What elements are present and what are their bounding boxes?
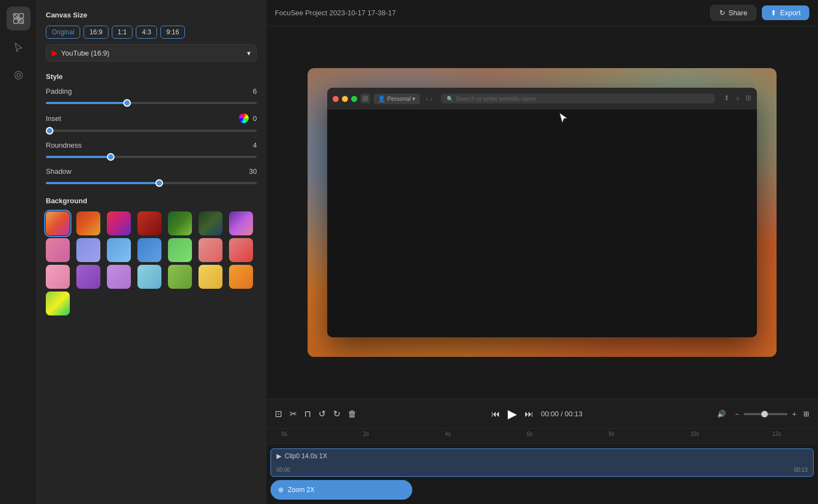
- redo-icon[interactable]: ↻: [333, 409, 340, 419]
- forward-arrow[interactable]: ›: [430, 95, 432, 103]
- padding-label: Padding: [46, 87, 72, 95]
- person-icon: 👤: [378, 95, 386, 102]
- canvas-preset-dropdown[interactable]: ▶ YouTube (16:9) ▾: [46, 44, 257, 62]
- new-tab-icon[interactable]: ＋: [734, 94, 741, 104]
- canvas-tool-button[interactable]: [7, 7, 31, 31]
- personal-tab[interactable]: 👤 Personal ▾: [374, 94, 420, 104]
- ruler-mark-10s: 10s: [690, 431, 699, 437]
- bg-swatch-16[interactable]: [107, 265, 131, 289]
- nav-arrows: ‹ ›: [425, 95, 432, 103]
- share-button[interactable]: ↻ Share: [710, 5, 757, 21]
- webcam-tool-button[interactable]: [7, 63, 31, 87]
- export-button[interactable]: ⬆ Export: [762, 5, 809, 20]
- zoom-in-icon[interactable]: ＋: [791, 409, 798, 419]
- zoom-track-label: Zoom 2X: [288, 486, 315, 494]
- bg-swatch-20[interactable]: [229, 265, 253, 289]
- bg-swatch-17[interactable]: [137, 265, 161, 289]
- trim-icon[interactable]: ⊓: [304, 409, 311, 419]
- clip-track[interactable]: ▶ Clip0 14.0s 1X 00:00 00:13: [270, 448, 814, 477]
- bg-swatch-19[interactable]: [199, 265, 222, 289]
- inset-color-icon[interactable]: [239, 113, 249, 123]
- zoom-out-icon[interactable]: －: [733, 409, 741, 419]
- browser-content: [327, 110, 757, 337]
- back-arrow[interactable]: ‹: [425, 95, 428, 103]
- rewind-button[interactable]: ⏮: [491, 409, 500, 419]
- bg-swatch-6[interactable]: [229, 211, 253, 235]
- preview-frame: 👤 Personal ▾ ‹ › 🔍 Search or enter websi…: [308, 68, 777, 357]
- size-169-button[interactable]: 16:9: [83, 26, 108, 39]
- canvas-size-title: Canvas Size: [46, 11, 257, 19]
- bg-swatch-0[interactable]: [46, 211, 70, 235]
- tab-icon: [360, 94, 370, 104]
- timeline-tracks: ▶ Clip0 14.0s 1X 00:00 00:13 ⊕ Zoom 2X: [266, 444, 818, 504]
- pointer-tool-button[interactable]: [7, 35, 31, 59]
- zoom-slider-track[interactable]: [744, 413, 787, 415]
- bg-swatch-18[interactable]: [168, 265, 192, 289]
- url-bar[interactable]: 🔍 Search or enter website name: [441, 94, 715, 104]
- canvas-preview: 👤 Personal ▾ ‹ › 🔍 Search or enter websi…: [266, 26, 818, 399]
- padding-slider[interactable]: [46, 102, 257, 104]
- share-browser-icon[interactable]: ⬆: [724, 94, 730, 104]
- svg-point-5: [15, 71, 22, 79]
- main-area: FocuSee Project 2023-10-17 17-38-17 ↻ Sh…: [266, 0, 818, 504]
- bg-swatch-12[interactable]: [199, 238, 222, 262]
- icon-sidebar: [0, 0, 37, 504]
- bg-swatch-15[interactable]: [76, 265, 100, 289]
- svg-rect-1: [19, 14, 23, 18]
- clip-end-time: 00:13: [794, 467, 808, 473]
- top-actions: ↻ Share ⬆ Export: [710, 5, 809, 21]
- bg-swatch-4[interactable]: [168, 211, 192, 235]
- size-916-button[interactable]: 9:16: [160, 26, 185, 39]
- size-11-button[interactable]: 1:1: [112, 26, 133, 39]
- roundness-slider[interactable]: [46, 156, 257, 158]
- cut-icon[interactable]: ✂: [290, 409, 297, 419]
- background-title: Background: [46, 197, 257, 205]
- shadow-label: Shadow: [46, 167, 71, 175]
- bg-swatch-9[interactable]: [107, 238, 131, 262]
- bg-swatch-13[interactable]: [229, 238, 253, 262]
- svg-line-4: [14, 14, 23, 23]
- play-button[interactable]: ▶: [508, 407, 517, 421]
- browser-titlebar: 👤 Personal ▾ ‹ › 🔍 Search or enter websi…: [327, 88, 757, 110]
- svg-rect-7: [363, 96, 368, 101]
- clip-header: ▶ Clip0 14.0s 1X: [276, 452, 808, 460]
- size-original-button[interactable]: Original: [46, 26, 80, 39]
- ruler-marks: 0s 2s 4s 6s 8s 10s 12s: [281, 431, 818, 442]
- bg-swatch-21[interactable]: [46, 292, 70, 315]
- bg-swatch-7[interactable]: [46, 238, 70, 262]
- zoom-track[interactable]: ⊕ Zoom 2X: [270, 480, 412, 500]
- clip-start-time: 00:00: [276, 467, 290, 473]
- sidebar-icon[interactable]: ⊞: [745, 94, 751, 104]
- timeline-ruler: 0s 2s 4s 6s 8s 10s 12s: [266, 429, 818, 444]
- search-icon: 🔍: [447, 96, 453, 102]
- inset-slider[interactable]: [46, 130, 257, 132]
- bg-swatch-11[interactable]: [168, 238, 192, 262]
- traffic-light-minimize[interactable]: [342, 96, 348, 102]
- traffic-light-maximize[interactable]: [351, 96, 357, 102]
- bg-swatch-3[interactable]: [137, 211, 161, 235]
- bg-swatch-5[interactable]: [199, 211, 222, 235]
- crop-tool-icon[interactable]: ⊡: [275, 409, 282, 419]
- clip-times: 00:00 00:13: [276, 467, 808, 473]
- volume-icon[interactable]: 🔊: [717, 410, 726, 418]
- shadow-slider[interactable]: [46, 182, 257, 184]
- bg-swatch-8[interactable]: [76, 238, 100, 262]
- fit-to-window-icon[interactable]: ⊞: [803, 410, 809, 418]
- ruler-mark-4s: 4s: [445, 431, 451, 437]
- traffic-light-close[interactable]: [333, 96, 339, 102]
- size-43-button[interactable]: 4:3: [136, 26, 157, 39]
- fastforward-button[interactable]: ⏭: [525, 409, 533, 419]
- padding-row: Padding 6: [46, 87, 257, 95]
- share-icon: ↻: [719, 9, 725, 17]
- zoom-area: － ＋ ⊞: [733, 409, 809, 419]
- bg-swatch-10[interactable]: [137, 238, 161, 262]
- bg-swatch-14[interactable]: [46, 265, 70, 289]
- bg-swatch-2[interactable]: [107, 211, 131, 235]
- delete-icon[interactable]: 🗑: [348, 409, 357, 419]
- svg-rect-2: [14, 19, 18, 23]
- undo-icon[interactable]: ↺: [318, 409, 326, 419]
- bg-swatch-1[interactable]: [76, 211, 100, 235]
- canvas-size-options: Original 16:9 1:1 4:3 9:16: [46, 26, 257, 39]
- roundness-slider-container: [46, 151, 257, 160]
- inset-value: 0: [253, 114, 257, 123]
